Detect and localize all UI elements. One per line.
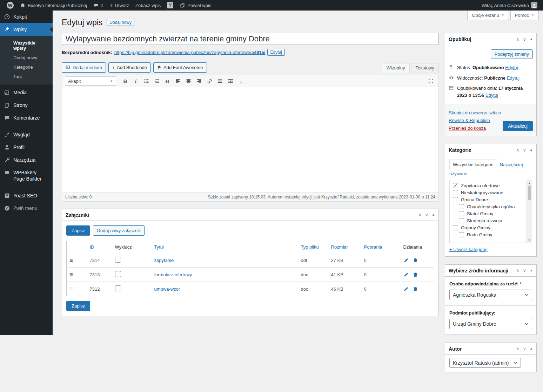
attachment-title-link[interactable]: umowa-wzor	[154, 286, 180, 292]
sidebar-item-komentarze[interactable]: Komentarze	[0, 111, 53, 124]
column-header-rozmiar[interactable]: Rozmiar	[328, 241, 361, 253]
scroll-up-icon[interactable]: ▲	[528, 180, 531, 185]
sidebar-item-profil[interactable]: Profil	[0, 141, 53, 154]
add-media-button[interactable]: Dodaj medium	[62, 62, 106, 73]
exclude-checkbox[interactable]	[115, 285, 121, 291]
toggle-panel-icon[interactable]: ▲	[530, 38, 533, 41]
category-item[interactable]: Nieskategoryzowane	[453, 190, 525, 195]
submenu-item-kategorie[interactable]: Kategorie	[0, 62, 53, 72]
screen-options-button[interactable]: Opcje ekranu ▼	[467, 11, 509, 20]
edit-pencil-icon[interactable]	[403, 257, 409, 263]
submenu-item-tagi[interactable]: Tagi	[0, 72, 53, 81]
add-font-awesome-button[interactable]: Add Font Awesome	[153, 62, 207, 73]
exclude-checkbox[interactable]	[115, 257, 121, 263]
fullscreen-button[interactable]	[426, 76, 436, 86]
category-item[interactable]: Rada Gminy	[459, 232, 525, 237]
column-header-id[interactable]: ID	[87, 241, 112, 253]
attachment-title-link[interactable]: zapytanie	[154, 258, 174, 263]
sidebar-item-media[interactable]: Media	[0, 86, 53, 99]
toggle-panel-icon[interactable]: ▲	[530, 347, 533, 350]
category-item[interactable]: Statut Gminy	[459, 211, 525, 216]
category-item[interactable]: Strategia rozwoju	[459, 218, 525, 223]
read-more-tag-button[interactable]	[215, 76, 225, 86]
move-down-icon[interactable]: ∨	[523, 268, 527, 273]
author-select[interactable]: Krzysztof Ratuski (admin)	[449, 358, 521, 368]
toggle-panel-icon[interactable]: ▲	[432, 213, 435, 216]
delete-trash-icon[interactable]	[413, 257, 418, 263]
sidebar-item-yoast-seo[interactable]: Yoast SEO	[0, 189, 53, 202]
save-attachments-button-bottom[interactable]: Zapisz	[66, 301, 90, 311]
add-attachment-button[interactable]: Dodaj nowy załącznik	[93, 225, 145, 236]
copy-to-draft-link[interactable]: Skopiuj do nowego szkicu	[449, 110, 533, 115]
tab-all-categories[interactable]: Wszystkie kategorie	[449, 160, 497, 170]
scrollbar-thumb[interactable]	[528, 185, 531, 200]
category-item[interactable]: Charakterystyka ogólna	[459, 204, 525, 209]
yoast-seo-menu[interactable]: Y	[164, 0, 176, 11]
category-checkbox[interactable]	[453, 190, 458, 195]
category-item[interactable]: Gmina Dobre	[453, 197, 525, 202]
tab-text-editor[interactable]: Tekstowy	[411, 63, 439, 73]
bullet-list-button[interactable]	[141, 76, 151, 86]
add-shortcode-button[interactable]: + Add Shortcode	[108, 62, 151, 73]
post-title-input[interactable]	[62, 33, 439, 45]
category-checkbox-checked[interactable]: ✓	[453, 183, 458, 188]
duplicate-post-link[interactable]: Powiel wpis	[176, 0, 214, 11]
numbered-list-button[interactable]	[152, 76, 162, 86]
submenu-item-dodaj-nowy[interactable]: Dodaj nowy	[0, 53, 53, 62]
permalink-link[interactable]: https://bip.gminadobre.pl/zamowienia-pub…	[114, 50, 266, 55]
move-up-icon[interactable]: ∧	[516, 268, 519, 273]
user-account-menu[interactable]: Witaj, Aneta Ciszewska	[478, 0, 538, 11]
add-new-post-button[interactable]: Dodaj nowy	[107, 19, 134, 26]
column-header-pobrania[interactable]: Pobrania	[361, 241, 401, 253]
submenu-item-wszystkie-wpisy[interactable]: Wszystkie wpisy	[0, 38, 53, 53]
align-left-button[interactable]	[173, 76, 183, 86]
paragraph-format-select[interactable]: Akapit ▼	[65, 76, 116, 86]
bold-button[interactable]: B	[120, 76, 130, 86]
preview-changes-button[interactable]: Podejrzyj zmiany	[491, 49, 533, 59]
category-item[interactable]: ✓ Zapytania ofertowe	[453, 183, 525, 188]
sidebar-item-narzedzia[interactable]: Narzędzia	[0, 154, 53, 166]
update-button[interactable]: Aktualizuj	[503, 121, 533, 131]
edit-permalink-button[interactable]: Edytuj	[267, 49, 284, 56]
edit-published-date-link[interactable]: Edytuj	[485, 93, 498, 98]
comments-link[interactable]: 0	[90, 0, 106, 11]
collapse-menu-button[interactable]: Zwiń menu	[0, 202, 53, 215]
category-item[interactable]: Organy Gminy	[453, 225, 525, 230]
align-center-button[interactable]	[183, 76, 193, 86]
scrollbar[interactable]: ▲ ▼	[527, 180, 532, 243]
move-down-icon[interactable]: ∨	[523, 346, 527, 351]
wordpress-logo-menu[interactable]: W	[4, 0, 17, 11]
edit-pencil-icon[interactable]	[403, 272, 409, 277]
blockquote-button[interactable]: “	[162, 76, 172, 86]
drag-handle-icon[interactable]: ≡	[69, 286, 73, 292]
category-checkbox[interactable]	[453, 225, 458, 230]
scroll-down-button[interactable]: ↓	[236, 76, 246, 86]
move-down-icon[interactable]: ∨	[425, 212, 429, 217]
delete-trash-icon[interactable]	[413, 286, 418, 292]
drag-handle-icon[interactable]: ≡	[69, 271, 73, 278]
sidebar-item-wpbakery[interactable]: WPBakery Page Builder	[0, 166, 53, 185]
category-checkbox[interactable]	[459, 232, 464, 237]
sidebar-item-strony[interactable]: Strony	[0, 99, 53, 111]
toggle-panel-icon[interactable]: ▲	[530, 269, 533, 272]
sidebar-item-wyglad[interactable]: Wygląd	[0, 128, 53, 141]
new-content-link[interactable]: + Utwórz	[106, 0, 132, 11]
exclude-checkbox[interactable]	[115, 271, 121, 277]
editor-content-area[interactable]	[62, 87, 438, 192]
edit-pencil-icon[interactable]	[403, 286, 409, 292]
category-checkbox[interactable]	[453, 197, 458, 202]
toolbar-toggle-button[interactable]	[226, 76, 235, 86]
responsible-person-select[interactable]: Agnieszka Roguska	[449, 290, 532, 300]
toggle-panel-icon[interactable]: ▲	[530, 148, 533, 151]
delete-trash-icon[interactable]	[413, 272, 418, 277]
help-button[interactable]: Pomoc ▼	[510, 11, 539, 20]
move-down-icon[interactable]: ∨	[523, 37, 527, 41]
align-right-button[interactable]	[194, 76, 204, 86]
edit-visibility-link[interactable]: Edytuj	[507, 75, 519, 81]
move-up-icon[interactable]: ∧	[516, 346, 519, 351]
edit-status-link[interactable]: Edytuj	[505, 65, 518, 70]
publisher-select[interactable]: Urząd Gminy Dobre	[449, 319, 532, 329]
add-category-link[interactable]: + Utwórz kategorię	[449, 247, 488, 252]
save-attachments-button[interactable]: Zapisz	[66, 225, 90, 236]
category-checkbox[interactable]	[459, 211, 464, 216]
